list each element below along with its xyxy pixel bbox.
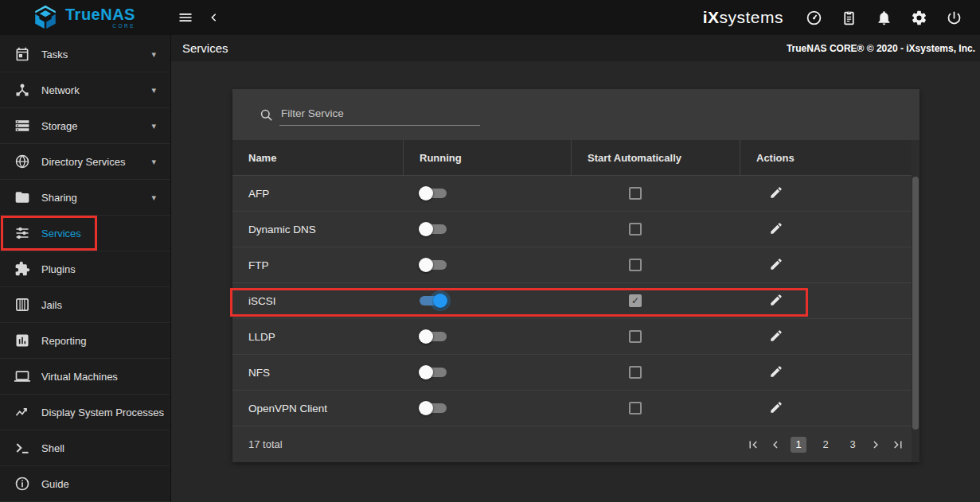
table-header: Name Running Start Automatically Actions: [232, 140, 919, 176]
power-icon[interactable]: [946, 10, 962, 26]
start-automatically-checkbox-afp[interactable]: [629, 187, 642, 200]
actions-cell: [740, 319, 919, 354]
service-name-cell: iSCSI: [232, 283, 404, 318]
table-row-iscsi: iSCSI✓: [232, 283, 919, 319]
running-toggle-dynamic-dns[interactable]: [420, 221, 447, 237]
truecommand-status-icon[interactable]: [806, 10, 822, 26]
running-cell: [404, 391, 572, 426]
previous-page-icon[interactable]: [768, 438, 783, 452]
service-name-cell: Dynamic DNS: [232, 212, 404, 247]
truenas-brand: TrueNAS CORE: [0, 4, 171, 31]
scrollbar-track[interactable]: [912, 140, 919, 462]
sidebar-item-label: Jails: [41, 299, 156, 311]
sidebar-item-jails[interactable]: Jails: [0, 287, 170, 323]
sliders-icon: [14, 225, 30, 241]
sidebar-item-directory-services[interactable]: Directory Services▾: [0, 144, 170, 180]
edit-pencil-icon-ftp[interactable]: [767, 256, 785, 274]
start-automatically-cell: [572, 319, 740, 354]
search-icon: [259, 107, 274, 123]
jobs-clipboard-icon[interactable]: [841, 10, 857, 26]
filter-bar: [232, 89, 919, 140]
running-toggle-iscsi[interactable]: [420, 293, 447, 309]
start-automatically-checkbox-dynamic-dns[interactable]: [629, 223, 642, 235]
column-header-start-automatically: Start Automatically: [572, 140, 740, 175]
service-name: FTP: [248, 259, 269, 271]
edit-pencil-icon-openvpn-client[interactable]: [767, 399, 785, 417]
page-numbers: 123: [791, 437, 861, 453]
sidebar-item-tasks[interactable]: Tasks▾: [0, 37, 170, 72]
jail-icon: [14, 297, 30, 313]
running-toggle-openvpn-client[interactable]: [420, 400, 447, 416]
info-icon: [14, 476, 30, 492]
page-number-3[interactable]: 3: [845, 437, 861, 453]
scrollbar-thumb[interactable]: [912, 177, 919, 430]
chevron-down-icon: ▾: [151, 49, 156, 60]
service-name-cell: LLDP: [232, 319, 404, 354]
table-row-ftp: FTP: [232, 247, 919, 283]
sidebar-item-services[interactable]: Services: [0, 216, 170, 251]
running-toggle-ftp[interactable]: [420, 257, 447, 273]
running-toggle-nfs[interactable]: [420, 364, 447, 380]
running-cell: [404, 212, 572, 247]
edit-pencil-icon-iscsi[interactable]: [767, 292, 785, 309]
service-name-cell: OpenVPN Client: [232, 391, 404, 426]
last-page-icon[interactable]: [891, 438, 905, 452]
sidebar-item-plugins[interactable]: Plugins: [0, 251, 170, 287]
filter-service-input[interactable]: [279, 104, 480, 126]
column-header-running: Running: [404, 140, 572, 175]
edit-pencil-icon-afp[interactable]: [767, 185, 785, 202]
start-automatically-checkbox-ftp[interactable]: [629, 259, 642, 271]
collapse-chevron-left-icon[interactable]: [200, 3, 228, 32]
sidebar-item-label: Display System Processes: [41, 407, 164, 418]
folder-icon: [14, 189, 30, 205]
running-toggle-lldp[interactable]: [420, 329, 447, 344]
network-icon: [14, 82, 30, 98]
sidebar-item-display-system-processes[interactable]: Display System Processes: [0, 395, 170, 430]
ixsystems-logo-systems: systems: [719, 8, 783, 26]
sidebar-item-label: Services: [41, 228, 156, 239]
page-header: Services TrueNAS CORE® © 2020 - iXsystem…: [171, 35, 980, 61]
settings-gear-icon[interactable]: [911, 10, 927, 26]
edit-pencil-icon-nfs[interactable]: [767, 364, 785, 381]
start-automatically-cell: [572, 212, 740, 247]
chevron-down-icon: ▾: [151, 121, 156, 131]
sidebar-item-storage[interactable]: Storage▾: [0, 108, 170, 144]
start-automatically-checkbox-openvpn-client[interactable]: [629, 402, 642, 414]
edit-pencil-icon-dynamic-dns[interactable]: [767, 220, 785, 238]
first-page-icon[interactable]: [746, 438, 760, 452]
sidebar-item-reporting[interactable]: Reporting: [0, 323, 170, 359]
running-toggle-afp[interactable]: [420, 185, 447, 201]
top-bar: TrueNAS CORE iXsystems: [0, 0, 980, 35]
start-automatically-checkbox-nfs[interactable]: [629, 366, 642, 379]
actions-cell: [740, 355, 919, 390]
monitor-icon: [14, 368, 30, 384]
edit-pencil-icon-lldp[interactable]: [767, 328, 785, 345]
sidebar-item-virtual-machines[interactable]: Virtual Machines: [0, 359, 170, 395]
ixsystems-logo-ix: iX: [703, 8, 720, 26]
total-count: 17 total: [248, 438, 283, 450]
chart-icon: [14, 333, 30, 348]
service-name: Dynamic DNS: [248, 224, 316, 235]
start-automatically-checkbox-iscsi[interactable]: ✓: [629, 294, 642, 307]
actions-cell: [740, 391, 919, 426]
brand-name: TrueNAS: [65, 6, 135, 22]
start-automatically-checkbox-lldp[interactable]: [629, 330, 642, 343]
sidebar-item-shell[interactable]: Shell: [0, 430, 170, 466]
next-page-icon[interactable]: [869, 438, 883, 452]
page-number-2[interactable]: 2: [818, 437, 834, 453]
table-row-afp: AFP: [232, 176, 919, 212]
notifications-bell-icon[interactable]: [876, 10, 892, 26]
sidebar-item-network[interactable]: Network▾: [0, 72, 170, 108]
page-number-1[interactable]: 1: [791, 437, 806, 453]
sidebar-item-guide[interactable]: Guide: [0, 466, 170, 502]
sidebar-item-sharing[interactable]: Sharing▾: [0, 180, 170, 216]
brand-text: TrueNAS CORE: [65, 6, 135, 29]
column-header-name: Name: [232, 140, 404, 175]
chevron-down-icon: ▾: [151, 85, 156, 95]
sidebar-item-label: Storage: [41, 120, 151, 132]
service-name: AFP: [248, 188, 269, 200]
start-automatically-cell: [572, 247, 740, 282]
actions-cell: [740, 247, 919, 282]
hamburger-menu-icon[interactable]: [171, 3, 200, 32]
start-automatically-cell: ✓: [572, 283, 740, 318]
